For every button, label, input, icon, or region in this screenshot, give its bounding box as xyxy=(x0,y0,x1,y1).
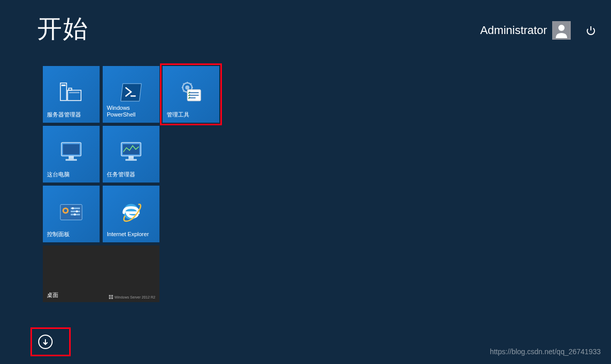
tile-admin-tools[interactable]: 管理工具 xyxy=(163,66,219,123)
tile-task-manager[interactable]: 任务管理器 xyxy=(103,126,159,183)
avatar[interactable] xyxy=(552,21,571,40)
svg-rect-4 xyxy=(61,85,66,86)
user-name: Administrator xyxy=(480,24,547,37)
tiles-grid: 服务器管理器 Windows PowerShell 管理工具 xyxy=(0,45,219,302)
svg-point-0 xyxy=(558,25,565,31)
os-label: Windows Server 2012 R2 xyxy=(109,295,155,299)
svg-rect-16 xyxy=(69,156,74,159)
svg-rect-6 xyxy=(69,88,72,90)
svg-point-24 xyxy=(64,209,67,212)
server-manager-icon xyxy=(59,82,83,103)
task-manager-icon xyxy=(118,141,144,163)
tile-label: 管理工具 xyxy=(163,111,219,123)
tile-label: 任务管理器 xyxy=(103,171,159,183)
down-arrow-icon xyxy=(38,335,53,349)
windows-logo-icon xyxy=(109,295,113,299)
svg-rect-33 xyxy=(111,295,113,297)
svg-rect-7 xyxy=(69,92,79,93)
tile-powershell[interactable]: Windows PowerShell xyxy=(103,66,159,123)
power-icon xyxy=(585,25,597,36)
svg-point-30 xyxy=(74,213,76,216)
start-title: 开始 xyxy=(37,12,89,45)
this-pc-icon xyxy=(58,141,84,163)
tile-server-manager[interactable]: 服务器管理器 xyxy=(43,66,100,123)
ie-icon xyxy=(120,201,142,223)
user-area[interactable]: Administrator xyxy=(480,18,597,40)
tile-label: Internet Explorer xyxy=(103,231,159,242)
tile-label: Windows PowerShell xyxy=(103,105,159,123)
svg-point-29 xyxy=(76,210,78,212)
power-button[interactable] xyxy=(585,25,597,36)
tile-desktop[interactable]: 桌面 Windows Server 2012 R2 xyxy=(43,245,159,302)
svg-rect-34 xyxy=(109,297,111,300)
tile-label: 这台电脑 xyxy=(43,171,100,183)
header: 开始 Administrator xyxy=(0,0,611,45)
svg-rect-32 xyxy=(109,295,111,297)
svg-rect-35 xyxy=(111,297,113,300)
watermark: https://blog.csdn.net/qq_26741933 xyxy=(490,348,601,356)
svg-point-9 xyxy=(185,86,189,90)
svg-rect-20 xyxy=(128,156,134,159)
tile-label: 服务器管理器 xyxy=(43,111,100,123)
tile-internet-explorer[interactable]: Internet Explorer xyxy=(103,186,159,242)
svg-rect-26 xyxy=(71,211,80,212)
tile-control-panel[interactable]: 控制面板 xyxy=(43,186,100,242)
svg-point-28 xyxy=(72,207,74,209)
tile-this-pc[interactable]: 这台电脑 xyxy=(43,126,100,183)
tile-label: 控制面板 xyxy=(43,231,100,242)
admin-tools-icon xyxy=(180,81,202,103)
svg-rect-21 xyxy=(125,159,137,161)
powershell-icon xyxy=(120,82,142,102)
svg-rect-17 xyxy=(66,159,77,161)
svg-rect-15 xyxy=(63,144,79,155)
all-apps-button[interactable] xyxy=(32,329,69,355)
user-icon xyxy=(554,23,569,38)
control-panel-icon xyxy=(59,204,83,221)
